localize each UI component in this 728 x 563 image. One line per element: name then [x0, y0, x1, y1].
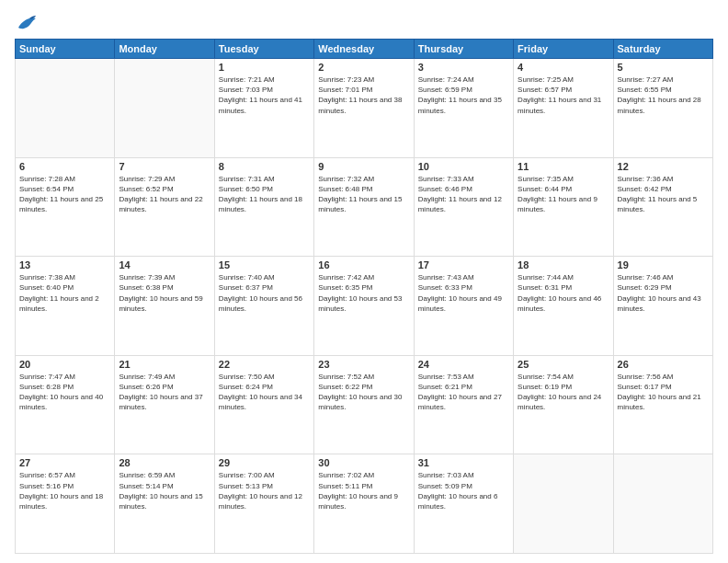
- day-info: Sunrise: 7:43 AMSunset: 6:33 PMDaylight:…: [418, 272, 509, 314]
- day-info: Sunrise: 7:27 AMSunset: 6:55 PMDaylight:…: [618, 75, 709, 116]
- table-row: 23Sunrise: 7:52 AMSunset: 6:22 PMDayligh…: [314, 355, 414, 454]
- day-number: 29: [219, 457, 310, 468]
- day-info: Sunrise: 7:02 AMSunset: 5:11 PMDaylight:…: [318, 470, 409, 511]
- day-number: 23: [318, 359, 409, 370]
- table-row: 27Sunrise: 6:57 AMSunset: 5:16 PMDayligh…: [16, 454, 115, 554]
- header-tuesday: Tuesday: [214, 40, 313, 59]
- day-number: 25: [518, 359, 609, 370]
- day-number: 10: [418, 161, 509, 172]
- day-number: 2: [318, 62, 409, 73]
- header-wednesday: Wednesday: [314, 40, 414, 59]
- day-info: Sunrise: 7:42 AMSunset: 6:35 PMDaylight:…: [318, 272, 409, 314]
- table-row: 14Sunrise: 7:39 AMSunset: 6:38 PMDayligh…: [115, 257, 214, 356]
- calendar-week-row: 20Sunrise: 7:47 AMSunset: 6:28 PMDayligh…: [16, 355, 713, 454]
- day-info: Sunrise: 7:28 AMSunset: 6:54 PMDaylight:…: [19, 174, 110, 215]
- day-info: Sunrise: 7:53 AMSunset: 6:21 PMDaylight:…: [418, 372, 509, 413]
- day-number: 12: [618, 161, 709, 172]
- table-row: [115, 59, 214, 158]
- day-number: 5: [618, 62, 709, 73]
- day-info: Sunrise: 7:46 AMSunset: 6:29 PMDaylight:…: [618, 272, 709, 314]
- logo-bird-icon: [17, 15, 37, 31]
- day-info: Sunrise: 7:39 AMSunset: 6:38 PMDaylight:…: [119, 272, 210, 314]
- table-row: 7Sunrise: 7:29 AMSunset: 6:52 PMDaylight…: [115, 157, 214, 257]
- calendar-week-row: 27Sunrise: 6:57 AMSunset: 5:16 PMDayligh…: [16, 454, 713, 554]
- table-row: 31Sunrise: 7:03 AMSunset: 5:09 PMDayligh…: [414, 454, 513, 554]
- day-number: 6: [19, 161, 110, 172]
- day-number: 26: [618, 359, 709, 370]
- day-info: Sunrise: 6:57 AMSunset: 5:16 PMDaylight:…: [19, 470, 110, 511]
- day-number: 20: [19, 359, 110, 370]
- table-row: 19Sunrise: 7:46 AMSunset: 6:29 PMDayligh…: [613, 257, 712, 356]
- table-row: 18Sunrise: 7:44 AMSunset: 6:31 PMDayligh…: [514, 257, 613, 356]
- day-number: 9: [318, 161, 409, 172]
- table-row: 10Sunrise: 7:33 AMSunset: 6:46 PMDayligh…: [414, 157, 513, 257]
- day-number: 31: [418, 457, 509, 468]
- calendar-week-row: 1Sunrise: 7:21 AMSunset: 7:03 PMDaylight…: [16, 59, 713, 158]
- day-info: Sunrise: 7:29 AMSunset: 6:52 PMDaylight:…: [119, 174, 210, 215]
- day-info: Sunrise: 7:56 AMSunset: 6:17 PMDaylight:…: [618, 372, 709, 413]
- day-info: Sunrise: 7:49 AMSunset: 6:26 PMDaylight:…: [119, 372, 210, 413]
- day-info: Sunrise: 6:59 AMSunset: 5:14 PMDaylight:…: [119, 470, 210, 511]
- day-number: 4: [518, 62, 609, 73]
- day-info: Sunrise: 7:40 AMSunset: 6:37 PMDaylight:…: [219, 272, 310, 314]
- table-row: 22Sunrise: 7:50 AMSunset: 6:24 PMDayligh…: [214, 355, 313, 454]
- day-number: 19: [618, 259, 709, 270]
- calendar-week-row: 13Sunrise: 7:38 AMSunset: 6:40 PMDayligh…: [16, 257, 713, 356]
- day-number: 13: [19, 259, 110, 270]
- table-row: 2Sunrise: 7:23 AMSunset: 7:01 PMDaylight…: [314, 59, 414, 158]
- table-row: 12Sunrise: 7:36 AMSunset: 6:42 PMDayligh…: [613, 157, 712, 257]
- header-saturday: Saturday: [613, 40, 712, 59]
- day-number: 18: [518, 259, 609, 270]
- day-number: 30: [318, 457, 409, 468]
- table-row: 24Sunrise: 7:53 AMSunset: 6:21 PMDayligh…: [414, 355, 513, 454]
- header-monday: Monday: [115, 40, 214, 59]
- day-number: 15: [219, 259, 310, 270]
- table-row: 29Sunrise: 7:00 AMSunset: 5:13 PMDayligh…: [214, 454, 313, 554]
- table-row: 30Sunrise: 7:02 AMSunset: 5:11 PMDayligh…: [314, 454, 414, 554]
- table-row: 28Sunrise: 6:59 AMSunset: 5:14 PMDayligh…: [115, 454, 214, 554]
- day-info: Sunrise: 7:21 AMSunset: 7:03 PMDaylight:…: [219, 75, 310, 116]
- day-info: Sunrise: 7:52 AMSunset: 6:22 PMDaylight:…: [318, 372, 409, 413]
- day-info: Sunrise: 7:24 AMSunset: 6:59 PMDaylight:…: [418, 75, 509, 116]
- day-number: 11: [518, 161, 609, 172]
- day-number: 28: [119, 457, 210, 468]
- calendar-table: Sunday Monday Tuesday Wednesday Thursday…: [15, 39, 713, 554]
- day-info: Sunrise: 7:33 AMSunset: 6:46 PMDaylight:…: [418, 174, 509, 215]
- header-thursday: Thursday: [414, 40, 513, 59]
- day-number: 14: [119, 259, 210, 270]
- header: [15, 15, 713, 31]
- day-info: Sunrise: 7:23 AMSunset: 7:01 PMDaylight:…: [318, 75, 409, 116]
- header-friday: Friday: [514, 40, 613, 59]
- day-info: Sunrise: 7:32 AMSunset: 6:48 PMDaylight:…: [318, 174, 409, 215]
- day-info: Sunrise: 7:38 AMSunset: 6:40 PMDaylight:…: [19, 272, 110, 314]
- table-row: 25Sunrise: 7:54 AMSunset: 6:19 PMDayligh…: [514, 355, 613, 454]
- day-number: 7: [119, 161, 210, 172]
- table-row: [514, 454, 613, 554]
- table-row: 1Sunrise: 7:21 AMSunset: 7:03 PMDaylight…: [214, 59, 313, 158]
- table-row: 9Sunrise: 7:32 AMSunset: 6:48 PMDaylight…: [314, 157, 414, 257]
- day-number: 21: [119, 359, 210, 370]
- day-number: 8: [219, 161, 310, 172]
- table-row: 17Sunrise: 7:43 AMSunset: 6:33 PMDayligh…: [414, 257, 513, 356]
- day-info: Sunrise: 7:35 AMSunset: 6:44 PMDaylight:…: [518, 174, 609, 215]
- day-info: Sunrise: 7:36 AMSunset: 6:42 PMDaylight:…: [618, 174, 709, 215]
- table-row: 6Sunrise: 7:28 AMSunset: 6:54 PMDaylight…: [16, 157, 115, 257]
- day-info: Sunrise: 7:03 AMSunset: 5:09 PMDaylight:…: [418, 470, 509, 511]
- page: Sunday Monday Tuesday Wednesday Thursday…: [0, 0, 728, 563]
- table-row: 20Sunrise: 7:47 AMSunset: 6:28 PMDayligh…: [16, 355, 115, 454]
- calendar-header-row: Sunday Monday Tuesday Wednesday Thursday…: [16, 40, 713, 59]
- day-number: 17: [418, 259, 509, 270]
- table-row: 16Sunrise: 7:42 AMSunset: 6:35 PMDayligh…: [314, 257, 414, 356]
- day-number: 24: [418, 359, 509, 370]
- table-row: 3Sunrise: 7:24 AMSunset: 6:59 PMDaylight…: [414, 59, 513, 158]
- day-info: Sunrise: 7:54 AMSunset: 6:19 PMDaylight:…: [518, 372, 609, 413]
- table-row: [16, 59, 115, 158]
- day-number: 22: [219, 359, 310, 370]
- table-row: 13Sunrise: 7:38 AMSunset: 6:40 PMDayligh…: [16, 257, 115, 356]
- table-row: 11Sunrise: 7:35 AMSunset: 6:44 PMDayligh…: [514, 157, 613, 257]
- table-row: [613, 454, 712, 554]
- table-row: 5Sunrise: 7:27 AMSunset: 6:55 PMDaylight…: [613, 59, 712, 158]
- day-info: Sunrise: 7:44 AMSunset: 6:31 PMDaylight:…: [518, 272, 609, 314]
- table-row: 15Sunrise: 7:40 AMSunset: 6:37 PMDayligh…: [214, 257, 313, 356]
- calendar-week-row: 6Sunrise: 7:28 AMSunset: 6:54 PMDaylight…: [16, 157, 713, 257]
